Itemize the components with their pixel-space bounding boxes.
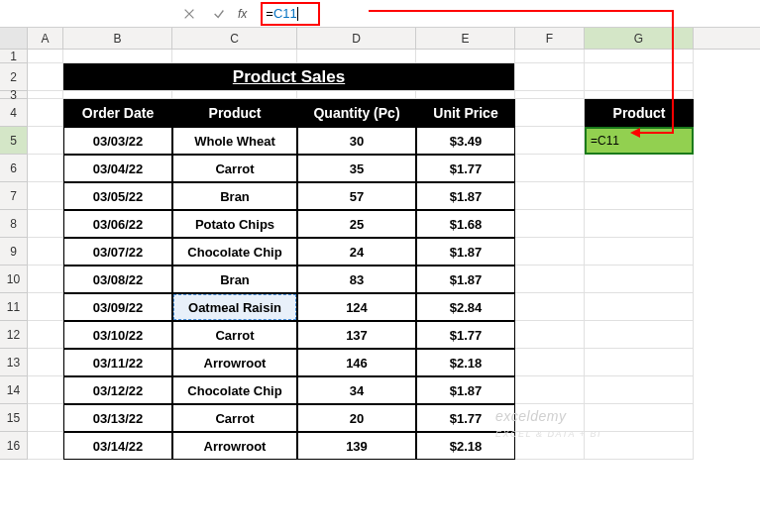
cell[interactable] bbox=[585, 210, 694, 238]
cell[interactable] bbox=[585, 63, 694, 91]
cell[interactable] bbox=[515, 99, 585, 127]
cell[interactable] bbox=[585, 182, 694, 210]
table-cell-date[interactable]: 03/06/22 bbox=[63, 210, 172, 238]
row-header-5[interactable]: 5 bbox=[0, 127, 28, 155]
table-cell-qty[interactable]: 57 bbox=[297, 182, 416, 210]
row-header-8[interactable]: 8 bbox=[0, 210, 28, 238]
table-cell-qty[interactable]: 83 bbox=[297, 266, 416, 293]
table-cell-price[interactable]: $3.49 bbox=[416, 127, 515, 155]
cell[interactable] bbox=[515, 210, 585, 238]
table-cell-date[interactable]: 03/07/22 bbox=[63, 238, 172, 266]
cell[interactable] bbox=[515, 293, 585, 321]
cell[interactable] bbox=[297, 91, 416, 99]
table-cell-product[interactable]: Oatmeal Raisin bbox=[172, 293, 297, 321]
col-header-C[interactable]: C bbox=[172, 28, 297, 49]
table-cell-price[interactable]: $2.18 bbox=[416, 432, 515, 460]
table-cell-qty[interactable]: 24 bbox=[297, 238, 416, 266]
cell[interactable] bbox=[63, 50, 172, 63]
cell[interactable] bbox=[515, 432, 585, 460]
cell[interactable] bbox=[515, 63, 585, 91]
row-header-1[interactable]: 1 bbox=[0, 50, 28, 63]
row-header-15[interactable]: 15 bbox=[0, 404, 28, 432]
table-cell-qty[interactable]: 137 bbox=[297, 321, 416, 349]
cell[interactable] bbox=[585, 432, 694, 460]
cell[interactable] bbox=[515, 182, 585, 210]
table-cell-date[interactable]: 03/14/22 bbox=[63, 432, 172, 460]
col-header-G[interactable]: G bbox=[585, 28, 694, 49]
cell[interactable] bbox=[515, 321, 585, 349]
table-cell-product[interactable]: Chocolate Chip bbox=[172, 376, 297, 404]
cell[interactable] bbox=[28, 266, 63, 293]
table-cell-qty[interactable]: 146 bbox=[297, 349, 416, 376]
table-cell-price[interactable]: $1.87 bbox=[416, 182, 515, 210]
cell[interactable] bbox=[585, 293, 694, 321]
cell[interactable] bbox=[297, 50, 416, 63]
cell[interactable] bbox=[416, 50, 515, 63]
cell[interactable] bbox=[28, 155, 63, 182]
table-cell-date[interactable]: 03/04/22 bbox=[63, 155, 172, 182]
table-cell-qty[interactable]: 30 bbox=[297, 127, 416, 155]
row-header-12[interactable]: 12 bbox=[0, 321, 28, 349]
table-cell-product[interactable]: Carrot bbox=[172, 155, 297, 182]
table-cell-qty[interactable]: 20 bbox=[297, 404, 416, 432]
cell[interactable] bbox=[28, 432, 63, 460]
cell[interactable] bbox=[28, 210, 63, 238]
col-header-B[interactable]: B bbox=[63, 28, 172, 49]
title-cell[interactable]: Product Sales bbox=[63, 63, 515, 91]
cell[interactable] bbox=[28, 182, 63, 210]
table-cell-product[interactable]: Arrowroot bbox=[172, 349, 297, 376]
cell[interactable] bbox=[28, 238, 63, 266]
row-header-7[interactable]: 7 bbox=[0, 182, 28, 210]
row-header-3[interactable]: 3 bbox=[0, 91, 28, 99]
cell[interactable] bbox=[585, 238, 694, 266]
cell[interactable] bbox=[515, 376, 585, 404]
table-cell-product[interactable]: Carrot bbox=[172, 321, 297, 349]
table-cell-price[interactable]: $2.18 bbox=[416, 349, 515, 376]
cell[interactable] bbox=[585, 91, 694, 99]
cell[interactable] bbox=[515, 349, 585, 376]
cell[interactable] bbox=[28, 376, 63, 404]
cell[interactable] bbox=[585, 50, 694, 63]
table-cell-qty[interactable]: 124 bbox=[297, 293, 416, 321]
cell[interactable] bbox=[28, 349, 63, 376]
cell[interactable] bbox=[28, 50, 63, 63]
cell[interactable] bbox=[515, 50, 585, 63]
cell[interactable] bbox=[585, 266, 694, 293]
row-header-10[interactable]: 10 bbox=[0, 266, 28, 293]
header-lookup-product[interactable]: Product bbox=[585, 99, 694, 127]
col-header-E[interactable]: E bbox=[416, 28, 515, 49]
table-cell-price[interactable]: $2.84 bbox=[416, 293, 515, 321]
row-header-9[interactable]: 9 bbox=[0, 238, 28, 266]
cell[interactable] bbox=[28, 404, 63, 432]
cell[interactable] bbox=[172, 91, 297, 99]
cancel-icon[interactable] bbox=[178, 3, 200, 25]
formula-input[interactable]: =C11 bbox=[261, 4, 302, 24]
cell[interactable] bbox=[515, 404, 585, 432]
table-cell-price[interactable]: $1.87 bbox=[416, 266, 515, 293]
table-cell-date[interactable]: 03/13/22 bbox=[63, 404, 172, 432]
col-header-A[interactable]: A bbox=[28, 28, 63, 49]
fx-label[interactable]: fx bbox=[238, 7, 247, 21]
table-cell-date[interactable]: 03/05/22 bbox=[63, 182, 172, 210]
col-header-D[interactable]: D bbox=[297, 28, 416, 49]
cell[interactable] bbox=[515, 266, 585, 293]
row-header-4[interactable]: 4 bbox=[0, 99, 28, 127]
cell[interactable] bbox=[515, 91, 585, 99]
table-cell-price[interactable]: $1.77 bbox=[416, 321, 515, 349]
table-cell-qty[interactable]: 139 bbox=[297, 432, 416, 460]
cell[interactable] bbox=[172, 50, 297, 63]
table-cell-product[interactable]: Chocolate Chip bbox=[172, 238, 297, 266]
cell[interactable] bbox=[585, 376, 694, 404]
col-header-F[interactable]: F bbox=[515, 28, 585, 49]
table-cell-qty[interactable]: 34 bbox=[297, 376, 416, 404]
row-header-6[interactable]: 6 bbox=[0, 155, 28, 182]
cell[interactable] bbox=[515, 155, 585, 182]
cell[interactable] bbox=[416, 91, 515, 99]
table-cell-product[interactable]: Bran bbox=[172, 182, 297, 210]
cell[interactable] bbox=[28, 293, 63, 321]
table-cell-price[interactable]: $1.77 bbox=[416, 155, 515, 182]
table-cell-date[interactable]: 03/08/22 bbox=[63, 266, 172, 293]
table-cell-qty[interactable]: 25 bbox=[297, 210, 416, 238]
cell[interactable] bbox=[63, 91, 172, 99]
header-product[interactable]: Product bbox=[172, 99, 297, 127]
